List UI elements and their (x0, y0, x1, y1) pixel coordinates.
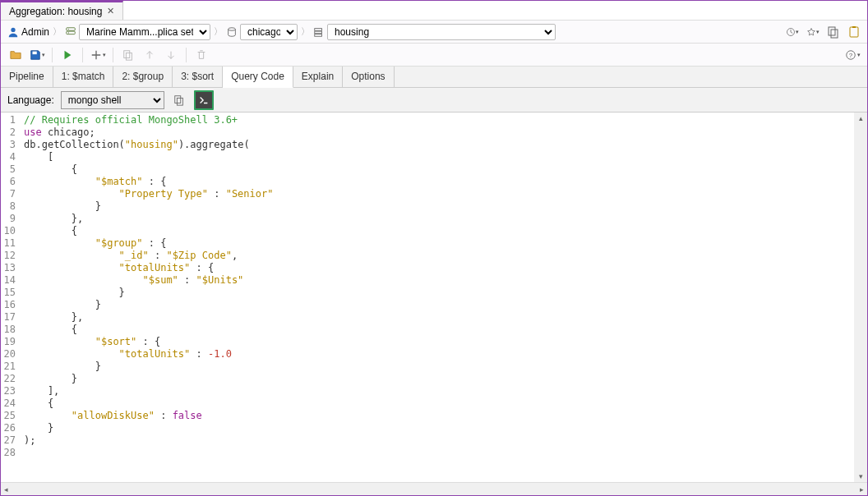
add-icon[interactable]: ▾ (88, 46, 108, 64)
pipeline-tab[interactable]: Pipeline (1, 67, 53, 87)
delete-icon[interactable] (192, 46, 211, 64)
svg-rect-11 (831, 30, 838, 38)
pipeline-tab[interactable]: Options (343, 67, 394, 87)
favorite-icon[interactable]: ▾ (806, 25, 820, 39)
paste-panel-icon[interactable] (847, 25, 861, 39)
tab-title: Aggregation: housing (9, 6, 102, 17)
server-select[interactable]: Marine Mamm...plica set] (79, 24, 210, 40)
svg-rect-13 (852, 26, 856, 28)
pipeline-tabs: Pipeline1: $match2: $group3: $sortQuery … (1, 67, 867, 88)
history-icon[interactable]: ▾ (786, 25, 799, 39)
code-content[interactable]: // Requires official MongoShell 3.6+use … (21, 113, 854, 482)
open-in-shell-icon[interactable] (194, 90, 214, 110)
copy-code-icon[interactable] (171, 92, 187, 108)
svg-rect-20 (177, 98, 182, 105)
svg-rect-15 (124, 50, 130, 57)
save-icon[interactable]: ▾ (27, 46, 47, 64)
pipeline-tab[interactable]: Query Code (223, 67, 293, 88)
svg-rect-12 (850, 27, 858, 37)
copy-panel-icon[interactable] (827, 25, 840, 39)
database-select[interactable]: chicago (240, 24, 298, 40)
pipeline-tab[interactable]: 1: $match (53, 67, 114, 87)
collection-icon (313, 26, 325, 38)
svg-rect-1 (67, 27, 76, 30)
move-up-icon[interactable] (140, 46, 159, 64)
svg-point-3 (68, 28, 69, 29)
scroll-down-icon[interactable]: ▾ (857, 471, 865, 482)
help-icon[interactable]: ?▾ (843, 46, 862, 64)
duplicate-icon[interactable] (118, 46, 138, 64)
run-icon[interactable] (58, 46, 77, 64)
scroll-right-icon[interactable]: ▸ (856, 484, 867, 495)
language-label: Language: (7, 94, 54, 106)
code-editor[interactable]: 1234567891011121314151617181920212223242… (1, 113, 867, 482)
scroll-left-icon[interactable]: ◂ (1, 484, 12, 495)
main-toolbar: ▾ ▾ ?▾ (1, 44, 867, 67)
close-icon[interactable]: ✕ (107, 6, 114, 16)
language-select[interactable]: mongo shell (61, 91, 164, 109)
svg-text:?: ? (848, 51, 852, 58)
language-bar: Language: mongo shell (1, 88, 867, 113)
breadcrumb: Admin 〉 Marine Mamm...plica set] 〉 chica… (1, 21, 867, 44)
svg-rect-2 (67, 31, 76, 34)
vertical-scrollbar[interactable]: ▴ ▾ (854, 113, 867, 482)
svg-point-0 (11, 27, 15, 31)
chevron-right-icon: 〉 (214, 25, 223, 38)
pipeline-tab[interactable]: 3: $sort (173, 67, 223, 87)
svg-rect-10 (829, 27, 835, 35)
document-tab[interactable]: Aggregation: housing ✕ (1, 1, 123, 20)
horizontal-scrollbar[interactable]: ◂ ▸ (1, 482, 867, 495)
pipeline-tab[interactable]: 2: $group (113, 67, 173, 87)
move-down-icon[interactable] (161, 46, 181, 64)
svg-rect-16 (126, 53, 132, 60)
chevron-right-icon: 〉 (301, 25, 310, 38)
scroll-up-icon[interactable]: ▴ (857, 113, 865, 124)
user-label: Admin (21, 26, 49, 38)
svg-rect-7 (315, 31, 322, 34)
svg-rect-14 (32, 51, 36, 54)
pipeline-tab[interactable]: Explain (293, 67, 343, 87)
database-icon (226, 26, 238, 38)
user-icon (7, 26, 19, 38)
server-icon (65, 26, 76, 38)
svg-rect-6 (315, 28, 322, 30)
line-gutter: 1234567891011121314151617181920212223242… (1, 113, 21, 482)
document-tab-bar: Aggregation: housing ✕ (1, 1, 867, 21)
svg-rect-19 (174, 95, 180, 103)
svg-rect-8 (315, 34, 322, 36)
svg-point-5 (229, 27, 236, 30)
svg-point-4 (68, 32, 69, 33)
collection-select[interactable]: housing (327, 24, 556, 40)
chevron-right-icon: 〉 (53, 25, 62, 38)
open-folder-icon[interactable] (6, 46, 25, 64)
